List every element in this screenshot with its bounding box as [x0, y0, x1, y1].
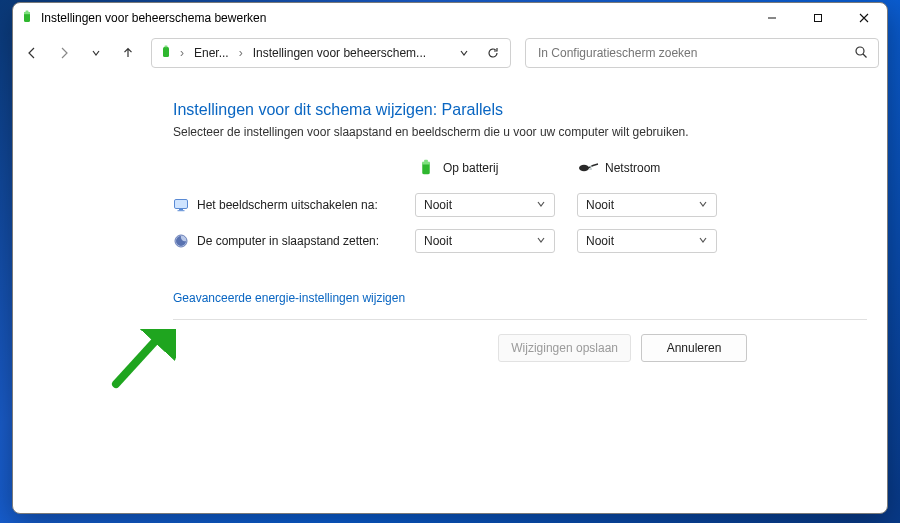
display-off-plugged-select[interactable]: Nooit [577, 193, 717, 217]
col-header-battery: Op batterij [415, 159, 565, 187]
svg-rect-2 [26, 10, 29, 12]
monitor-icon [173, 197, 189, 213]
breadcrumb-seg-1-label: Ener... [194, 46, 229, 60]
col-header-plugged: Netstroom [577, 159, 727, 187]
row-display-off-label: Het beeldscherm uitschakelen na: [197, 198, 378, 212]
back-button[interactable] [19, 40, 45, 66]
page-subtext: Selecteer de instellingen voor slaapstan… [173, 125, 867, 139]
nav-row: › Ener... › Instellingen voor beheersche… [13, 33, 887, 73]
cancel-button[interactable]: Annuleren [641, 334, 747, 362]
svg-rect-4 [163, 47, 169, 57]
refresh-button[interactable] [480, 40, 506, 66]
sleep-battery-select[interactable]: Nooit [415, 229, 555, 253]
forward-button[interactable] [51, 40, 77, 66]
content: Instellingen voor dit schema wijzigen: P… [13, 73, 887, 513]
recent-locations-button[interactable] [83, 40, 109, 66]
settings-grid: Op batterij Netstroom [173, 159, 867, 259]
svg-rect-9 [424, 160, 428, 162]
svg-rect-11 [589, 166, 592, 167]
window-title-wrap: Instellingen voor beheerschema bewerken [19, 9, 749, 28]
svg-rect-13 [175, 200, 188, 209]
row-sleep-label: De computer in slaapstand zetten: [197, 234, 379, 248]
save-button-label: Wijzigingen opslaan [511, 341, 618, 355]
svg-rect-5 [165, 45, 168, 47]
col-header-plugged-label: Netstroom [605, 161, 660, 175]
search-input[interactable] [536, 45, 848, 61]
sleep-battery-value: Nooit [424, 234, 452, 248]
window-controls [749, 3, 887, 33]
cancel-button-label: Annuleren [667, 341, 722, 355]
svg-rect-3 [815, 15, 822, 22]
footer: Wijzigingen opslaan Annuleren [173, 320, 867, 376]
breadcrumb-seg-2[interactable]: Instellingen voor beheerschem... [249, 44, 430, 62]
search-box[interactable] [525, 38, 879, 68]
svg-point-6 [856, 47, 864, 55]
display-off-plugged-value: Nooit [586, 198, 614, 212]
row-display-off: Het beeldscherm uitschakelen na: [173, 189, 403, 221]
close-button[interactable] [841, 3, 887, 33]
breadcrumb-seg-1[interactable]: Ener... [190, 44, 233, 62]
page-heading: Instellingen voor dit schema wijzigen: P… [173, 101, 867, 119]
chevron-down-icon [536, 234, 546, 248]
window-title: Instellingen voor beheerschema bewerken [41, 11, 266, 25]
search-icon [854, 45, 868, 62]
minimize-button[interactable] [749, 3, 795, 33]
svg-point-10 [579, 165, 589, 171]
chevron-right-icon: › [239, 46, 243, 60]
svg-rect-14 [179, 209, 183, 210]
moon-icon [173, 233, 189, 249]
maximize-button[interactable] [795, 3, 841, 33]
save-button: Wijzigingen opslaan [498, 334, 631, 362]
chevron-down-icon [698, 198, 708, 212]
chevron-down-icon [698, 234, 708, 248]
row-sleep: De computer in slaapstand zetten: [173, 225, 403, 257]
battery-icon [158, 44, 174, 63]
titlebar: Instellingen voor beheerschema bewerken [13, 3, 887, 33]
sleep-plugged-select[interactable]: Nooit [577, 229, 717, 253]
plug-icon [577, 159, 599, 177]
chevron-right-icon: › [180, 46, 184, 60]
display-off-battery-value: Nooit [424, 198, 452, 212]
display-off-battery-select[interactable]: Nooit [415, 193, 555, 217]
app-icon [19, 9, 35, 28]
window: Instellingen voor beheerschema bewerken [12, 2, 888, 514]
chevron-down-icon [536, 198, 546, 212]
breadcrumb-seg-2-label: Instellingen voor beheerschem... [253, 46, 426, 60]
advanced-power-settings-link[interactable]: Geavanceerde energie-instellingen wijzig… [173, 291, 405, 305]
svg-rect-15 [178, 210, 185, 211]
col-header-battery-label: Op batterij [443, 161, 498, 175]
battery-icon [415, 159, 437, 177]
svg-rect-1 [24, 12, 30, 14]
address-chevron-down-icon[interactable] [451, 40, 477, 66]
up-button[interactable] [115, 40, 141, 66]
svg-rect-8 [422, 162, 430, 165]
breadcrumb[interactable]: › Ener... › Instellingen voor beheersche… [151, 38, 511, 68]
sleep-plugged-value: Nooit [586, 234, 614, 248]
svg-rect-12 [589, 169, 592, 170]
